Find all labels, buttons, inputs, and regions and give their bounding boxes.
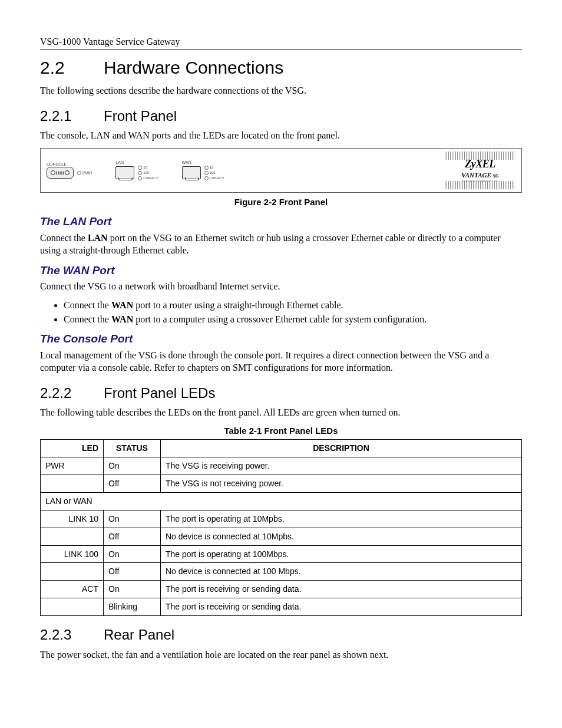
table-row: Blinking The port is receiving or sendin… (41, 598, 522, 616)
pwr-led-icon: PWR (77, 170, 92, 176)
heading-2-2-2: 2.2.2Front Panel LEDs (40, 384, 522, 403)
heading-text: Front Panel LEDs (104, 385, 215, 401)
label: LAN (115, 160, 124, 165)
list-item: Connect the WAN port to a router using a… (64, 299, 522, 312)
heading-text: Front Panel (104, 108, 177, 124)
heading-wan-port: The WAN Port (40, 263, 522, 278)
table-row: ACT On The port is receiving or sending … (41, 581, 522, 598)
bullet-list: Connect the WAN port to a router using a… (64, 299, 522, 325)
table-row: Off The VSG is not receiving power. (41, 475, 522, 493)
para: The following table describes the LEDs o… (40, 406, 522, 419)
heading-lan-port: The LAN Port (40, 214, 522, 229)
table-header-row: LED STATUS DESCRIPTION (41, 440, 522, 457)
heading-num: 2.2.2 (40, 384, 104, 403)
para: Local management of the VSG is done thro… (40, 349, 522, 374)
rj45-icon (182, 166, 201, 179)
para: The console, LAN and WAN ports and the L… (40, 129, 522, 142)
heading-2-2: 2.2Hardware Connections (40, 56, 522, 80)
running-header: VSG-1000 Vantage Service Gateway (40, 35, 522, 50)
heading-num: 2.2.3 (40, 625, 104, 644)
console-connector-icon (47, 167, 74, 179)
table-row: LINK 100 On The port is operating at 100… (41, 545, 522, 563)
lan-port-graphic: LAN 10 100 LNK/ACT (115, 160, 158, 181)
table-row: Off No device is connected at 100 Mbps. (41, 563, 522, 581)
table-row: LINK 10 On The port is operating at 10Mp… (41, 510, 522, 528)
para: Connect the LAN port on the VSG to an Et… (40, 232, 522, 257)
para: The following sections describe the hard… (40, 84, 522, 97)
para: The power socket, the fan and a ventilat… (40, 648, 522, 661)
heading-2-2-3: 2.2.3Rear Panel (40, 625, 522, 644)
brand-logo: ZyXEL VANTAGE SG SERVICE GATEWAY 1000 (445, 151, 515, 189)
para: Connect the VSG to a network with broadb… (40, 280, 522, 293)
heading-num: 2.2.1 (40, 107, 104, 126)
th-desc: DESCRIPTION (161, 440, 522, 457)
rj45-icon (115, 166, 134, 179)
heading-text: Rear Panel (104, 627, 174, 643)
th-led: LED (41, 440, 104, 457)
led-table: LED STATUS DESCRIPTION PWR On The VSG is… (40, 439, 522, 616)
label: WAN (182, 160, 191, 165)
heading-2-2-1: 2.2.1Front Panel (40, 107, 522, 126)
heading-console-port: The Console Port (40, 331, 522, 347)
table-caption: Table 2-1 Front Panel LEDs (40, 425, 522, 437)
doc-title: VSG-1000 Vantage Service Gateway (40, 37, 180, 47)
table-row: Off No device is connected at 10Mpbs. (41, 528, 522, 545)
table-group-row: LAN or WAN (41, 492, 522, 510)
front-panel-figure: CONSOLE PWR LAN 10 100 LNK/ACT WAN 10 (40, 148, 522, 193)
console-port-graphic: CONSOLE PWR (47, 162, 92, 179)
list-item: Connect the WAN port to a computer using… (64, 313, 522, 326)
label: CONSOLE (47, 162, 67, 167)
table-row: PWR On The VSG is receiving power. (41, 457, 522, 475)
heading-num: 2.2 (40, 56, 104, 80)
th-status: STATUS (104, 440, 161, 457)
heading-text: Hardware Connections (104, 58, 283, 77)
wan-port-graphic: WAN 10 100 LNK/ACT (182, 160, 224, 181)
figure-caption: Figure 2-2 Front Panel (40, 196, 522, 208)
brand-text: ZyXEL (465, 157, 495, 171)
